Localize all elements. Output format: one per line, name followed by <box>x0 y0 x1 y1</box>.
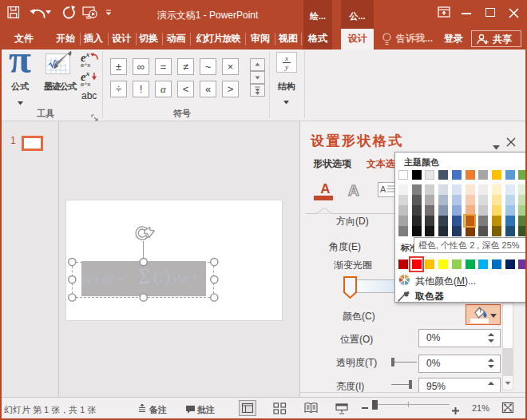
svg-text:A: A <box>348 182 359 199</box>
